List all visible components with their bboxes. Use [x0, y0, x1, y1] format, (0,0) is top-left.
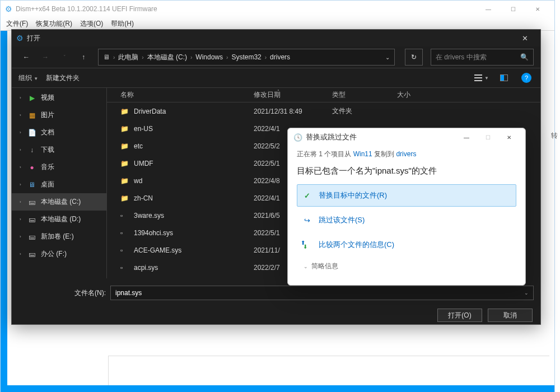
sidebar-item[interactable]: › 🖴 新加卷 (E:): [12, 228, 106, 245]
expand-icon: ›: [20, 165, 21, 170]
search-input[interactable]: 在 drivers 中搜索 🔍: [431, 49, 534, 66]
minimize-button[interactable]: —: [476, 1, 501, 17]
folder-icon: 📄: [27, 129, 36, 137]
back-button[interactable]: ←: [18, 50, 34, 64]
skip-icon: ↪: [304, 216, 315, 225]
file-name: etc: [134, 142, 254, 150]
dest-link[interactable]: drivers: [396, 150, 416, 158]
clock-icon: 🕓: [293, 133, 302, 142]
sidebar-item[interactable]: › 🖴 本地磁盘 (D:): [12, 211, 106, 228]
sidebar-item-label: 本地磁盘 (C:): [41, 197, 81, 207]
folder-icon: 🖴: [27, 250, 36, 258]
view-menu[interactable]: ▼: [474, 71, 489, 85]
breadcrumb-pc[interactable]: 此电脑: [118, 53, 138, 62]
file-name: en-US: [134, 125, 254, 133]
folder-icon: 📁: [120, 177, 130, 185]
file-name: ACE-GAME.sys: [134, 246, 254, 254]
chevron-down-icon[interactable]: ⌄: [385, 54, 390, 60]
option-skip[interactable]: ↪ 跳过该文件(S): [297, 209, 516, 231]
source-link[interactable]: Win11: [353, 150, 372, 158]
minimize-button[interactable]: —: [456, 129, 477, 145]
up-button[interactable]: ↑: [76, 50, 91, 64]
menu-file[interactable]: 文件(F): [6, 19, 28, 29]
file-icon: ▫: [120, 264, 130, 272]
folder-icon: 🖥: [27, 181, 36, 189]
col-name[interactable]: 名称: [120, 90, 254, 100]
replace-skip-dialog: 🕓 替换或跳过文件 — ☐ ✕ 正在将 1 个项目从 Win11 复制到 dri…: [287, 128, 526, 286]
sidebar-item[interactable]: › ▦ 图片: [12, 106, 106, 124]
folder-icon: 🖴: [27, 198, 36, 206]
col-size[interactable]: 大小: [397, 90, 540, 100]
folder-icon: ●: [27, 164, 36, 171]
forward-button[interactable]: →: [38, 50, 53, 64]
sidebar-item-label: 音乐: [41, 162, 54, 172]
new-folder-button[interactable]: 新建文件夹: [46, 73, 80, 83]
breadcrumb-win[interactable]: Windows: [195, 53, 223, 61]
chevron-icon: ›: [190, 54, 192, 60]
file-icon: ▫: [120, 212, 130, 220]
expand-icon: ›: [20, 199, 21, 204]
file-name: UMDF: [134, 160, 254, 167]
chevron-down-icon[interactable]: ⌄: [524, 290, 529, 296]
sidebar-item[interactable]: › 📄 文档: [12, 124, 106, 141]
menu-restore[interactable]: 恢复功能(R): [36, 19, 72, 29]
open-button[interactable]: 打开(O): [437, 309, 482, 322]
breadcrumb-sys32[interactable]: System32: [231, 53, 261, 61]
open-dialog-title: 打开: [27, 34, 40, 43]
filename-value: ipnat.sys: [115, 289, 142, 297]
menu-help[interactable]: 帮助(H): [111, 19, 134, 29]
column-headers[interactable]: ˄ 名称 修改日期 类型 大小: [107, 88, 540, 102]
filename-input[interactable]: ipnat.sys ⌄: [110, 286, 534, 300]
sidebar-item-label: 新加卷 (E:): [41, 232, 74, 241]
sidebar-item[interactable]: › ▶ 视频: [12, 89, 106, 106]
sidebar-item-label: 桌面: [41, 180, 54, 189]
app-title: Dism++x64 Beta 10.1.2002.114 UEFI Firmwa…: [16, 5, 157, 13]
expand-icon: ›: [20, 182, 21, 187]
expand-icon: ›: [20, 113, 21, 118]
menu-options[interactable]: 选项(O): [80, 19, 103, 29]
open-dialog-titlebar: ⚙ 打开 ✕: [12, 30, 540, 46]
close-button[interactable]: ✕: [525, 1, 550, 17]
chevron-icon: ›: [113, 54, 115, 60]
breadcrumb-drv[interactable]: drivers: [270, 53, 290, 61]
option-replace[interactable]: ✓ 替换目标中的文件(R): [297, 184, 516, 207]
gear-icon: ⚙: [5, 4, 12, 13]
file-icon: ▫: [120, 229, 130, 237]
sidebar-item[interactable]: › ↓ 下载: [12, 141, 106, 158]
option-compare[interactable]: 比较两个文件的信息(C): [297, 234, 516, 256]
refresh-button[interactable]: ↻: [405, 49, 423, 66]
folder-icon: 🖴: [27, 216, 36, 223]
maximize-button[interactable]: ☐: [501, 1, 525, 17]
sidebar-item-label: 办公 (F:): [41, 249, 67, 259]
chevron-icon: ›: [142, 54, 143, 60]
cancel-button[interactable]: 取消: [488, 309, 533, 322]
maximize-button[interactable]: ☐: [477, 129, 498, 145]
address-bar[interactable]: 🖥 › 此电脑 › 本地磁盘 (C:) › Windows › System32…: [98, 49, 395, 66]
edge-text: 转: [551, 131, 558, 141]
search-icon[interactable]: 🔍: [520, 53, 529, 61]
close-icon[interactable]: ✕: [514, 30, 536, 46]
dialog-title: 替换或跳过文件: [306, 132, 357, 142]
sidebar-item[interactable]: › 🖥 桌面: [12, 176, 106, 193]
app-titlebar: ⚙ Dism++x64 Beta 10.1.2002.114 UEFI Firm…: [1, 1, 554, 17]
breadcrumb-c[interactable]: 本地磁盘 (C:): [147, 53, 187, 62]
sidebar-item-label: 视频: [41, 93, 54, 102]
file-name: zh-CN: [134, 194, 254, 202]
folder-icon: 📁: [120, 160, 130, 167]
sidebar-item[interactable]: › ● 音乐: [12, 158, 106, 176]
col-type[interactable]: 类型: [332, 90, 397, 100]
sidebar-item[interactable]: › 🖴 办公 (F:): [12, 245, 106, 263]
file-row[interactable]: 📁DriverData2021/12/31 8:49文件夹: [107, 102, 540, 120]
organize-menu[interactable]: 组织 ▼: [18, 73, 38, 83]
left-accent: [1, 31, 7, 392]
help-button[interactable]: ?: [519, 71, 534, 85]
expand-icon: ›: [20, 95, 21, 100]
col-date[interactable]: 修改日期: [254, 90, 332, 100]
check-icon: ✓: [304, 192, 315, 200]
preview-toggle[interactable]: [497, 71, 511, 85]
sidebar-item[interactable]: › 🖴 本地磁盘 (C:): [12, 193, 106, 211]
chevron-icon: ›: [226, 54, 228, 60]
details-toggle[interactable]: ⌄ 简略信息: [297, 258, 516, 274]
close-button[interactable]: ✕: [498, 129, 520, 145]
recent-chevron[interactable]: ˅: [57, 50, 72, 64]
